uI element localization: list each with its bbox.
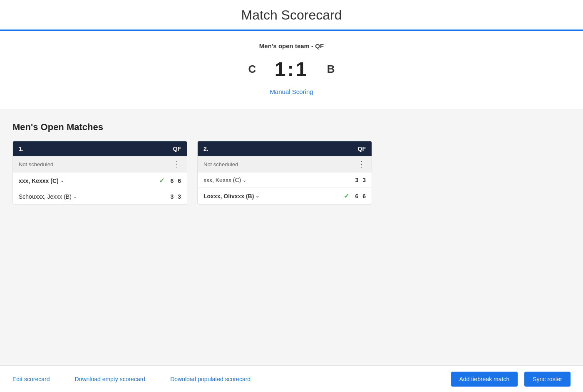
match-card-header-1: 1.QF [13,141,187,156]
score-val-1-2-2: 3 [178,193,181,200]
player-name-2-2[interactable]: Loxxx, Olivxxx (B)⌄ [203,193,259,200]
match-card-1: 1.QFNot scheduled⋮xxx, Kexxx (C)⌄✓66Scho… [12,141,187,205]
player-row-1-2: Schouxxx, Jexxx (B)⌄33 [13,189,187,204]
player-name-text-1-2: Schouxxx, Jexxx (B) [19,193,72,200]
match-options-2[interactable]: ⋮ [358,160,366,169]
team-a-label: C [240,63,265,76]
player-scores-2-2: ✓66 [344,192,366,200]
player-scores-2-1: 33 [355,177,366,183]
download-empty-link[interactable]: Download empty scorecard [74,376,145,382]
score-val-1-1-1: 6 [170,178,174,184]
score-a: 1 [275,58,288,80]
score-val-2-2-2: 6 [362,193,366,200]
match-schedule-2: Not scheduled⋮ [198,156,372,172]
score-display: C 1:1 B [0,58,583,81]
player-name-text-2-2: Loxxx, Olivxxx (B) [203,193,254,200]
edit-scorecard-link[interactable]: Edit scorecard [12,376,50,382]
page-header: Match Scorecard [0,0,583,31]
main-content: Men's Open Matches 1.QFNot scheduled⋮xxx… [0,109,583,392]
match-num-2: 2. [203,145,208,152]
winner-check-2-2: ✓ [344,192,349,200]
player-name-1-2[interactable]: Schouxxx, Jexxx (B)⌄ [19,193,77,200]
manual-scoring-link[interactable]: Manual Scoring [270,88,313,95]
score-val-2-1-2: 3 [362,177,366,183]
player-name-1-1[interactable]: xxx, Kexxx (C)⌄ [19,178,64,184]
schedule-text-2: Not scheduled [203,161,238,168]
score-val-1-1-2: 6 [178,178,181,184]
player-row-1-1: xxx, Kexxx (C)⌄✓66 [13,172,187,189]
player-name-text-1-1: xxx, Kexxx (C) [19,178,59,184]
matches-grid: 1.QFNot scheduled⋮xxx, Kexxx (C)⌄✓66Scho… [12,141,571,205]
match-title: Men's open team - QF [0,42,583,49]
section-title: Men's Open Matches [12,122,571,133]
sync-roster-button[interactable]: Sync roster [524,372,571,387]
match-schedule-1: Not scheduled⋮ [13,156,187,172]
schedule-text-1: Not scheduled [19,161,53,168]
scorecard-section: Men's open team - QF C 1:1 B Manual Scor… [0,31,583,109]
match-options-1[interactable]: ⋮ [173,160,181,169]
score-val-2-2-1: 6 [355,193,358,200]
score-value: 1:1 [275,58,308,81]
player-row-2-1: xxx, Kexxx (C)⌄33 [198,172,372,187]
player-scores-1-1: ✓66 [159,177,181,185]
score-separator: : [288,58,296,80]
score-b: 1 [295,58,308,80]
chevron-icon: ⌄ [243,178,246,183]
match-num-1: 1. [19,145,24,152]
download-populated-link[interactable]: Download populated scorecard [170,376,251,382]
footer-buttons: Add tiebreak match Sync roster [451,372,571,387]
player-row-2-2: Loxxx, Olivxxx (B)⌄✓66 [198,187,372,204]
team-b-label: B [318,63,343,76]
match-card-header-2: 2.QF [198,141,372,156]
player-scores-1-2: 33 [170,193,181,200]
chevron-icon: ⌄ [73,194,77,200]
score-val-2-1-1: 3 [355,177,358,183]
add-tiebreak-button[interactable]: Add tiebreak match [451,372,518,387]
match-type-1: QF [173,145,181,152]
winner-check-1-1: ✓ [159,177,164,185]
score-val-1-2-1: 3 [170,193,174,200]
match-card-2: 2.QFNot scheduled⋮xxx, Kexxx (C)⌄33Loxxx… [197,141,372,205]
page-title: Match Scorecard [0,7,583,23]
chevron-icon: ⌄ [256,193,259,199]
footer: Edit scorecard Download empty scorecard … [0,365,583,392]
player-name-text-2-1: xxx, Kexxx (C) [203,177,241,183]
chevron-icon: ⌄ [60,178,64,183]
match-type-2: QF [358,145,366,152]
player-name-2-1[interactable]: xxx, Kexxx (C)⌄ [203,177,246,183]
